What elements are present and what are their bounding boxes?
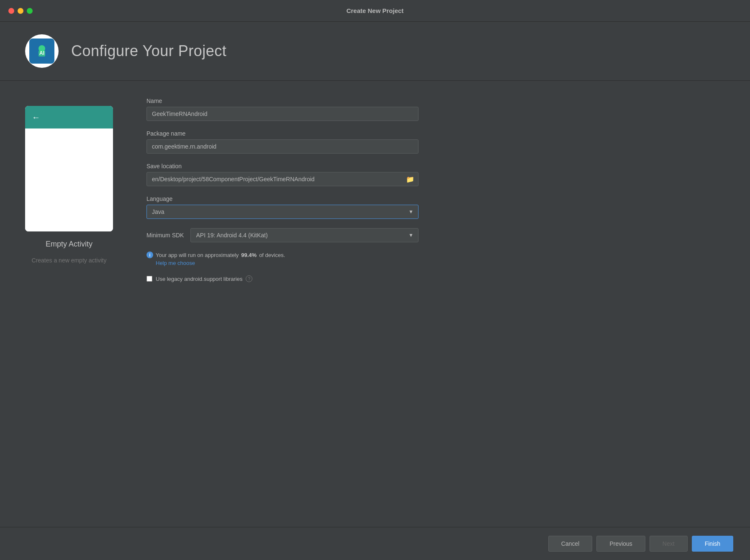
info-text-line: i Your app will run on approximately 99.… bbox=[146, 252, 419, 258]
cancel-button[interactable]: Cancel bbox=[548, 536, 593, 552]
preview-sublabel: Creates a new empty activity bbox=[32, 257, 107, 264]
android-logo-inner: AI bbox=[29, 39, 54, 64]
page-title: Configure Your Project bbox=[71, 42, 226, 60]
phone-preview-body bbox=[25, 128, 113, 231]
phone-preview: ← bbox=[25, 106, 113, 231]
right-panel: Name Package name Save location 📁 Langua… bbox=[146, 98, 419, 282]
name-label: Name bbox=[146, 98, 419, 104]
package-name-label: Package name bbox=[146, 130, 419, 137]
min-sdk-select[interactable]: API 19: Android 4.4 (KitKat) API 16: And… bbox=[190, 228, 419, 242]
traffic-lights bbox=[8, 8, 33, 14]
minimize-button[interactable] bbox=[18, 8, 23, 14]
main-content: AI Configure Your Project ← Empty Activi… bbox=[0, 22, 750, 560]
save-location-form-group: Save location 📁 bbox=[146, 163, 419, 186]
save-location-label: Save location bbox=[146, 163, 419, 170]
save-location-input[interactable] bbox=[146, 172, 419, 186]
close-button[interactable] bbox=[8, 8, 14, 14]
android-studio-icon: AI bbox=[33, 42, 51, 60]
preview-label: Empty Activity bbox=[46, 240, 92, 249]
min-sdk-select-wrapper: API 19: Android 4.4 (KitKat) API 16: And… bbox=[190, 228, 419, 242]
legacy-checkbox[interactable] bbox=[146, 276, 152, 282]
package-name-input[interactable] bbox=[146, 139, 419, 154]
svg-text:AI: AI bbox=[39, 50, 44, 56]
title-bar: Create New Project bbox=[0, 0, 750, 22]
info-icon: i bbox=[146, 252, 153, 258]
body-section: ← Empty Activity Creates a new empty act… bbox=[0, 81, 750, 560]
previous-button[interactable]: Previous bbox=[596, 536, 645, 552]
help-me-choose-link[interactable]: Help me choose bbox=[156, 260, 419, 266]
info-row: i Your app will run on approximately 99.… bbox=[146, 252, 419, 266]
info-text-prefix: Your app will run on approximately bbox=[156, 252, 239, 258]
language-select[interactable]: Java Kotlin bbox=[146, 205, 419, 219]
info-text-suffix: of devices. bbox=[259, 252, 285, 258]
min-sdk-label: Minimum SDK bbox=[146, 232, 184, 239]
package-name-form-group: Package name bbox=[146, 130, 419, 154]
name-input[interactable] bbox=[146, 107, 419, 121]
legacy-help-icon[interactable]: ? bbox=[246, 275, 252, 282]
legacy-checkbox-row: Use legacy android.support libraries ? bbox=[146, 275, 419, 282]
footer: Cancel Previous Next Finish bbox=[0, 527, 750, 560]
save-location-wrapper: 📁 bbox=[146, 172, 419, 186]
android-logo: AI bbox=[25, 34, 59, 68]
maximize-button[interactable] bbox=[27, 8, 33, 14]
language-label: Language bbox=[146, 195, 419, 202]
next-button: Next bbox=[650, 536, 688, 552]
language-form-group: Language Java Kotlin ▼ bbox=[146, 195, 419, 219]
window-title: Create New Project bbox=[347, 7, 404, 14]
info-percent: 99.4% bbox=[241, 252, 257, 258]
left-panel: ← Empty Activity Creates a new empty act… bbox=[25, 98, 113, 264]
finish-button[interactable]: Finish bbox=[692, 536, 733, 552]
min-sdk-row: Minimum SDK API 19: Android 4.4 (KitKat)… bbox=[146, 228, 419, 242]
name-form-group: Name bbox=[146, 98, 419, 121]
language-select-wrapper: Java Kotlin ▼ bbox=[146, 205, 419, 219]
legacy-checkbox-label: Use legacy android.support libraries bbox=[156, 276, 242, 282]
back-arrow-icon: ← bbox=[32, 113, 40, 122]
phone-preview-bar: ← bbox=[25, 106, 113, 128]
header-section: AI Configure Your Project bbox=[0, 22, 750, 81]
